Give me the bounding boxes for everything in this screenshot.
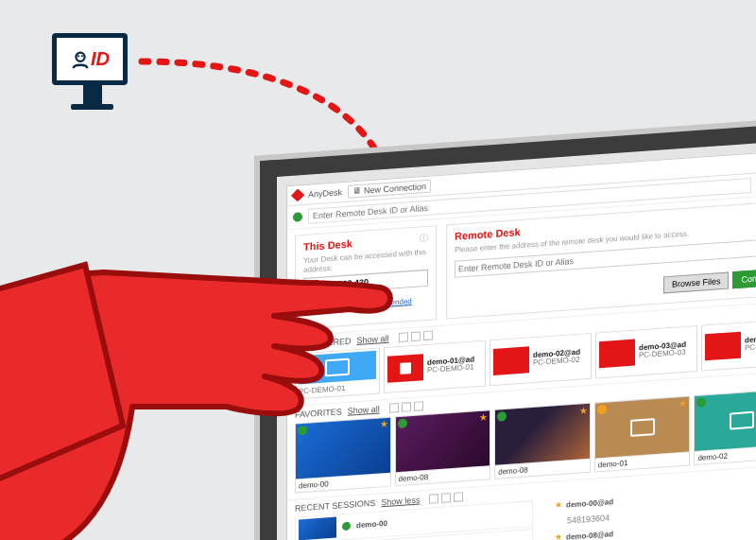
grid-view-icon[interactable]	[429, 494, 438, 504]
recent-label: RECENT SESSIONS	[295, 498, 375, 514]
status-ok-icon	[298, 426, 307, 436]
status-ok-icon	[696, 397, 706, 408]
favorite-card[interactable]: ★ demo-08	[395, 409, 491, 486]
remote-desk-panel: ⓘ Remote Desk Please enter the address o…	[446, 200, 756, 319]
desk-id-value: 627 532 430	[321, 277, 369, 290]
monitor-icon: 🖥	[352, 186, 361, 197]
star-icon: ★	[555, 500, 562, 511]
status-warn-icon	[597, 404, 607, 414]
face-icon	[70, 49, 91, 70]
id-monitor-illustration: ID	[52, 33, 132, 118]
screen-monitor: AnyDesk 🖥 New Connection — □ ✕ → ▣ ≡	[260, 123, 756, 540]
status-dot-icon	[293, 212, 302, 222]
svg-point-0	[76, 52, 84, 61]
lock-icon: 🔒	[303, 305, 313, 314]
star-icon: ★	[555, 532, 562, 540]
favorites-label: FAVORITES	[295, 407, 342, 419]
thumb-icon	[705, 332, 741, 361]
thumb-icon	[299, 351, 376, 385]
tile-view-icon[interactable]	[414, 401, 423, 411]
thumb-icon	[299, 516, 336, 540]
info-icon[interactable]: ⓘ	[420, 233, 428, 246]
anydesk-app: AnyDesk 🖥 New Connection — □ ✕ → ▣ ≡	[286, 149, 756, 540]
thumb-icon	[493, 347, 529, 376]
favorite-card[interactable]: ★ demo-01	[594, 395, 691, 472]
this-desk-panel: ⓘ This Desk Your Desk can be accessed wi…	[295, 225, 437, 329]
favorites-show-all[interactable]: Show all	[348, 404, 380, 415]
tile-view-icon[interactable]	[454, 492, 463, 502]
list-view-icon[interactable]	[441, 493, 451, 503]
thumb-icon	[387, 355, 423, 384]
new-connection-tab[interactable]: 🖥 New Connection	[348, 180, 431, 199]
grid-view-icon[interactable]	[399, 332, 408, 342]
app-title: AnyDesk	[308, 187, 342, 200]
star-icon: ★	[679, 397, 687, 409]
star-icon: ★	[479, 411, 488, 423]
browse-files-button[interactable]: Browse Files	[663, 271, 730, 293]
discovered-card[interactable]: PC-DEMO-01	[295, 347, 380, 399]
svg-point-2	[81, 55, 83, 57]
discovered-card[interactable]: demo-01@adPC-DEMO-01	[384, 340, 486, 393]
set-password-link[interactable]: Set password for unattended	[316, 297, 412, 312]
discovered-card[interactable]: demo-03@adPC-DEMO-04	[701, 318, 756, 371]
status-ok-icon	[342, 522, 351, 531]
anydesk-tag-icon	[307, 280, 318, 292]
star-icon: ★	[380, 419, 388, 430]
id-monitor-screen: ID	[52, 33, 128, 85]
thumb-icon	[599, 340, 635, 369]
status-ok-icon	[497, 411, 507, 422]
discovered-card[interactable]: demo-03@adPC-DEMO-03	[595, 325, 697, 378]
connect-button[interactable]: Connect	[732, 268, 756, 288]
anydesk-logo-icon	[291, 188, 304, 201]
favorite-card[interactable]: ★ demo-00	[295, 416, 391, 493]
svg-point-1	[77, 55, 79, 57]
favorite-card[interactable]: ★ demo-02	[694, 389, 756, 465]
status-ok-icon	[398, 418, 407, 428]
discovered-show-all[interactable]: Show all	[357, 334, 389, 345]
recent-show-less[interactable]: Show less	[381, 495, 420, 507]
favorite-card[interactable]: ★ demo-08	[494, 403, 591, 479]
discovered-label: DISCOVERED	[295, 337, 352, 350]
list-view-icon[interactable]	[411, 331, 421, 341]
grid-view-icon[interactable]	[389, 403, 399, 413]
star-icon: ★	[579, 405, 588, 416]
list-view-icon[interactable]	[402, 402, 411, 412]
id-label: ID	[91, 48, 110, 70]
tile-view-icon[interactable]	[423, 331, 433, 341]
discovered-card[interactable]: demo-02@adPC-DEMO-02	[490, 333, 592, 386]
